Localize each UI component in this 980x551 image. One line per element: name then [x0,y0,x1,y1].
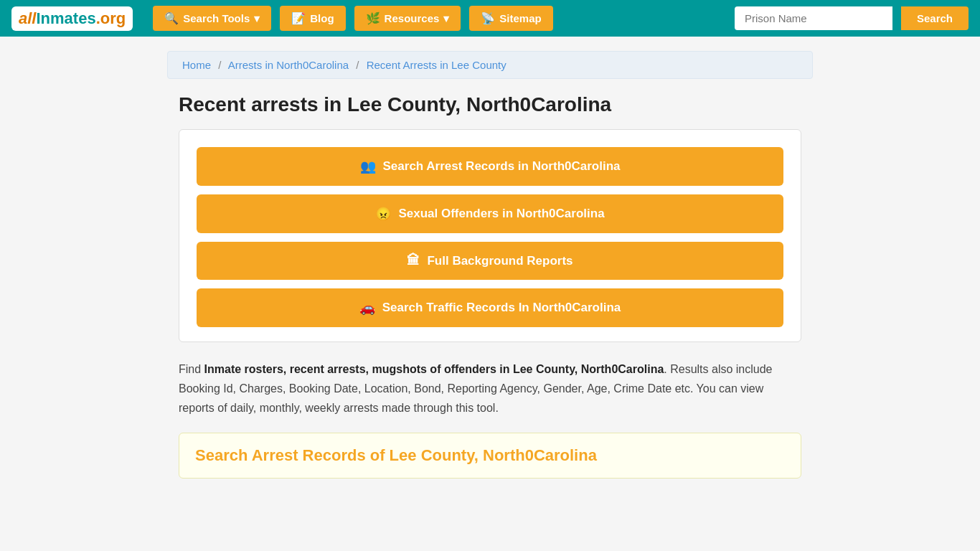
blog-label: Blog [310,12,334,24]
resources-button[interactable]: 🌿 Resources ▾ [354,6,461,31]
prison-name-input[interactable] [735,6,892,30]
breadcrumb-sep-2: / [356,59,359,71]
logo[interactable]: allInmates.org [11,6,133,31]
sexual-offenders-label: Sexual Offenders in North0Carolina [398,207,604,221]
logo-all: all [19,9,36,28]
search-icon: 🔍 [164,11,179,25]
logo-inmates: Inmates [36,9,95,28]
main-content: Recent arrests in Lee County, North0Caro… [167,93,813,507]
navbar: allInmates.org 🔍 Search Tools ▾ 📝 Blog 🌿… [0,0,980,37]
resources-label: Resources [385,12,440,24]
prison-search-label: Search [917,12,953,24]
background-reports-icon: 🏛 [407,253,420,268]
sitemap-label: Sitemap [499,12,541,24]
sitemap-button[interactable]: 📡 Sitemap [469,6,552,31]
sexual-offenders-icon: 😠 [375,206,391,222]
page-title: Recent arrests in Lee County, North0Caro… [179,93,801,116]
sitemap-icon: 📡 [481,11,495,25]
traffic-records-button[interactable]: 🚗 Search Traffic Records In North0Caroli… [197,288,783,327]
breadcrumb: Home / Arrests in North0Carolina / Recen… [182,59,798,71]
breadcrumb-container: Home / Arrests in North0Carolina / Recen… [167,51,813,79]
chevron-down-icon-2: ▾ [443,12,449,25]
breadcrumb-sep-1: / [218,59,221,71]
background-reports-label: Full Background Reports [427,254,573,268]
blog-button[interactable]: 📝 Blog [280,6,345,31]
prison-search-button[interactable]: Search [901,6,969,30]
arrest-records-button[interactable]: 👥 Search Arrest Records in North0Carolin… [197,147,783,186]
search-records-title: Search Arrest Records of Lee County, Nor… [195,446,785,465]
sexual-offenders-button[interactable]: 😠 Sexual Offenders in North0Carolina [197,194,783,233]
traffic-records-icon: 🚗 [359,300,375,316]
search-tools-label: Search Tools [183,12,250,24]
arrest-records-icon: 👥 [360,159,376,174]
description-text: Find Inmate rosters, recent arrests, mug… [179,359,801,418]
blog-icon: 📝 [291,11,306,25]
action-card: 👥 Search Arrest Records in North0Carolin… [179,129,801,342]
breadcrumb-current: Recent Arrests in Lee County [367,59,507,71]
resources-icon: 🌿 [366,11,380,25]
breadcrumb-arrests[interactable]: Arrests in North0Carolina [228,59,349,71]
description-prefix: Find [179,363,204,375]
arrest-records-label: Search Arrest Records in North0Carolina [383,159,621,174]
description-bold: Inmate rosters, recent arrests, mugshots… [204,363,664,375]
background-reports-button[interactable]: 🏛 Full Background Reports [197,242,783,280]
search-records-box: Search Arrest Records of Lee County, Nor… [179,433,801,479]
search-tools-button[interactable]: 🔍 Search Tools ▾ [153,6,271,31]
traffic-records-label: Search Traffic Records In North0Carolina [382,301,621,315]
breadcrumb-home[interactable]: Home [182,59,211,71]
chevron-down-icon: ▾ [254,12,260,25]
logo-org: .org [96,9,126,28]
